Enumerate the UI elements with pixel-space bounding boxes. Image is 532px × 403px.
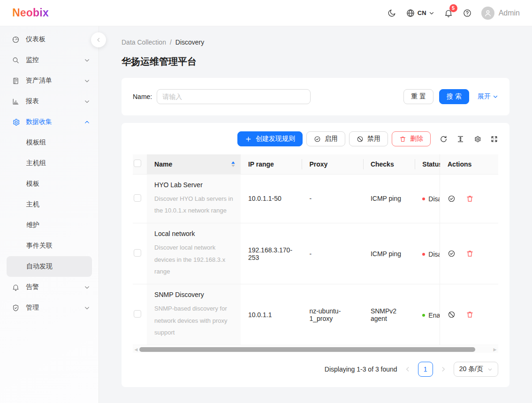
user-menu[interactable]: Admin bbox=[481, 7, 520, 20]
sidebar-subitem-hosts[interactable]: 主机 bbox=[7, 194, 92, 215]
column-header-name[interactable]: Name bbox=[147, 154, 241, 174]
delete-button[interactable]: 删除 bbox=[392, 131, 431, 146]
bell-icon bbox=[12, 283, 20, 291]
sidebar-item-data-collection[interactable]: 数据收集 bbox=[0, 112, 99, 132]
sidebar-collapse-button[interactable] bbox=[91, 32, 106, 47]
app-logo: Neobix bbox=[12, 7, 49, 19]
sidebar-item-administration[interactable]: 管理 bbox=[0, 297, 99, 318]
sidebar-subitem-host-groups[interactable]: 主机组 bbox=[7, 153, 92, 174]
status-badge: Disabled bbox=[428, 195, 440, 203]
sidebar-subitem-discovery[interactable]: 自动发现 bbox=[7, 256, 92, 277]
row-height-icon[interactable] bbox=[456, 135, 464, 143]
page-size-select[interactable]: 20 条/页 bbox=[454, 362, 498, 377]
column-header-ip-range[interactable]: IP range bbox=[241, 154, 302, 174]
rule-name[interactable]: Local network bbox=[154, 230, 233, 237]
checks-cell: SNMPv2 agent bbox=[363, 284, 415, 345]
column-header-actions: Actions bbox=[440, 154, 499, 174]
sidebar-item-label: 报表 bbox=[26, 97, 39, 106]
name-filter-label: Name: bbox=[133, 93, 152, 100]
table-tool-icons bbox=[440, 135, 498, 143]
enable-action-icon[interactable] bbox=[448, 250, 456, 258]
sidebar-subitem-label: 维护 bbox=[26, 221, 39, 229]
chevron-down-icon bbox=[84, 99, 90, 105]
row-checkbox-cell bbox=[133, 223, 147, 284]
filter-panel: Name: 重 置 搜 索 展开 bbox=[122, 78, 509, 115]
create-discovery-rule-button[interactable]: 创建发现规则 bbox=[237, 131, 303, 146]
disable-action-icon[interactable] bbox=[448, 311, 456, 319]
disable-button[interactable]: 禁用 bbox=[349, 131, 388, 146]
proxy-cell: - bbox=[302, 223, 363, 284]
sidebar-subitem-label: 模板组 bbox=[26, 138, 46, 147]
reset-button[interactable]: 重 置 bbox=[403, 89, 433, 104]
sidebar-subitem-event-correlation[interactable]: 事件关联 bbox=[7, 236, 92, 256]
breadcrumb-separator: / bbox=[170, 38, 172, 46]
ip-range-cell: 192.168.3.170-253 bbox=[241, 223, 302, 284]
select-all-checkbox[interactable] bbox=[134, 160, 141, 167]
scrollbar-thumb[interactable] bbox=[139, 347, 475, 352]
search-button[interactable]: 搜 索 bbox=[439, 89, 469, 104]
delete-button-label: 删除 bbox=[410, 135, 423, 143]
rule-description: Discover HYO Lab servers in the 10.0.1.x… bbox=[154, 193, 233, 217]
refresh-icon[interactable] bbox=[440, 135, 448, 143]
sidebar-subitem-template-groups[interactable]: 模板组 bbox=[7, 132, 92, 153]
rule-name[interactable]: SNMP Discovery bbox=[154, 291, 233, 298]
fullscreen-icon[interactable] bbox=[490, 135, 498, 143]
sidebar-item-alerts[interactable]: 告警 bbox=[0, 277, 99, 297]
plus-icon bbox=[245, 136, 252, 143]
check-circle-icon bbox=[314, 136, 321, 143]
language-selector[interactable]: CN bbox=[406, 8, 434, 18]
settings-gear-icon[interactable] bbox=[473, 135, 481, 143]
dark-mode-icon[interactable] bbox=[387, 8, 396, 18]
rule-name[interactable]: HYO Lab Server bbox=[154, 181, 233, 189]
prev-page-icon[interactable] bbox=[404, 366, 411, 373]
chevron-down-icon bbox=[487, 367, 493, 372]
rule-description: SNMP-based discovery for network devices… bbox=[154, 303, 233, 338]
sidebar-item-monitoring[interactable]: 监控 bbox=[0, 50, 99, 70]
breadcrumb-item-discovery: Discovery bbox=[175, 38, 204, 46]
sidebar-item-inventory[interactable]: 资产清单 bbox=[0, 70, 99, 91]
chevron-down-icon bbox=[493, 94, 498, 99]
breadcrumb-item-data-collection[interactable]: Data Collection bbox=[122, 38, 166, 46]
row-checkbox[interactable] bbox=[134, 310, 141, 318]
column-header-proxy[interactable]: Proxy bbox=[302, 154, 363, 174]
column-header-status[interactable]: Status bbox=[415, 154, 440, 174]
status-dot bbox=[422, 198, 425, 200]
sort-carets-icon[interactable] bbox=[231, 161, 236, 167]
name-filter-input[interactable] bbox=[157, 89, 311, 104]
row-checkbox[interactable] bbox=[134, 194, 141, 202]
expand-filters-label: 展开 bbox=[478, 92, 491, 101]
sidebar-item-dashboard[interactable]: 仪表板 bbox=[0, 29, 99, 50]
help-icon[interactable] bbox=[463, 8, 472, 18]
sidebar-item-reports[interactable]: 报表 bbox=[0, 91, 99, 112]
sidebar-subitem-templates[interactable]: 模板 bbox=[7, 174, 92, 194]
next-page-icon[interactable] bbox=[440, 366, 447, 373]
row-checkbox[interactable] bbox=[134, 249, 141, 257]
delete-action-icon[interactable] bbox=[466, 195, 474, 203]
pagination: Displaying 1-3 of 3 found 1 20 条/页 bbox=[133, 362, 498, 380]
top-bar: Neobix CN 5 bbox=[0, 0, 532, 26]
scroll-left-arrow-icon[interactable]: ◀ bbox=[133, 346, 139, 353]
chevron-left-icon bbox=[96, 37, 101, 43]
delete-action-icon[interactable] bbox=[466, 250, 474, 258]
sidebar-item-label: 管理 bbox=[26, 304, 39, 312]
caret-down-icon bbox=[231, 164, 236, 167]
status-cell: Enabled bbox=[415, 284, 440, 345]
sidebar-subitem-label: 事件关联 bbox=[26, 242, 53, 250]
expand-filters-link[interactable]: 展开 bbox=[478, 92, 498, 101]
disable-button-label: 禁用 bbox=[367, 135, 380, 143]
column-header-checks[interactable]: Checks bbox=[363, 154, 415, 174]
inventory-icon bbox=[12, 77, 20, 85]
horizontal-scrollbar[interactable]: ◀ ▶ bbox=[133, 346, 498, 353]
delete-action-icon[interactable] bbox=[466, 311, 474, 319]
proxy-cell: nz-ubuntu-1_proxy bbox=[302, 284, 363, 345]
sidebar-subitem-maintenance[interactable]: 维护 bbox=[7, 215, 92, 236]
table-row: Local network Discover local network dev… bbox=[133, 223, 498, 284]
dashboard-icon bbox=[12, 36, 20, 44]
scroll-right-arrow-icon[interactable]: ▶ bbox=[492, 346, 498, 353]
gear-icon bbox=[12, 118, 20, 126]
page-1-button[interactable]: 1 bbox=[418, 362, 433, 377]
enable-action-icon[interactable] bbox=[448, 195, 456, 203]
row-checkbox-cell bbox=[133, 284, 147, 345]
notifications-button[interactable]: 5 bbox=[444, 8, 453, 18]
enable-button[interactable]: 启用 bbox=[306, 131, 345, 146]
